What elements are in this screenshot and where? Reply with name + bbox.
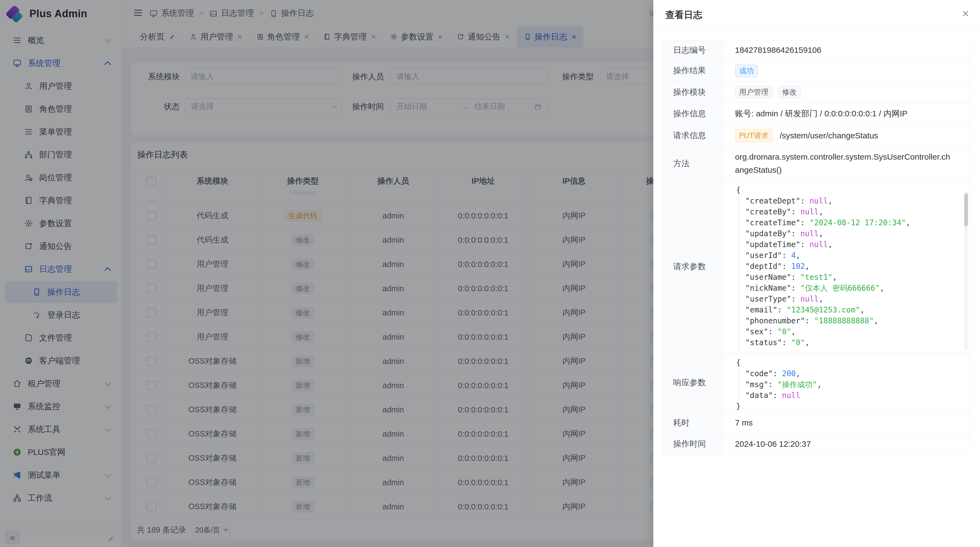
app: Plus Admin 概览系统管理用户管理角色管理菜单管理部门管理岗位管理字典管…: [0, 0, 980, 547]
indent-guide: [738, 369, 739, 400]
http-method-tag: PUT请求: [735, 129, 773, 142]
log-detail-table: 日志编号 1842781986426159106 操作结果 成功 操作模块 用户…: [662, 40, 970, 455]
request-params-code[interactable]: { "createDept": null, "createBy": null, …: [724, 180, 970, 353]
scrollbar-thumb[interactable]: [964, 193, 968, 226]
detail-row-duration: 耗时 7 ms: [662, 412, 970, 434]
drawer-header: 查看日志 ×: [653, 0, 980, 30]
method-value: org.dromara.system.controller.system.Sys…: [735, 147, 959, 180]
action-tag: 修改: [778, 86, 801, 98]
operate-time-value: 2024-10-06 12:20:37: [724, 434, 970, 455]
close-icon[interactable]: ×: [962, 8, 969, 20]
log-id-value: 1842781986426159106: [724, 40, 970, 60]
detail-row-module: 操作模块 用户管理 修改: [662, 81, 970, 103]
detail-row-request: 请求信息 PUT请求 /system/user/changeStatus: [662, 124, 970, 147]
response-params-code: { "code": 200, "msg": "操作成功", "data": nu…: [724, 353, 970, 412]
module-tag: 用户管理: [735, 86, 773, 98]
detail-row-response-params: 响应参数 { "code": 200, "msg": "操作成功", "data…: [662, 353, 970, 412]
drawer-title: 查看日志: [665, 0, 702, 30]
operation-info-value: 账号: admin / 研发部门 / 0:0:0:0:0:0:0:1 / 内网I…: [724, 103, 970, 124]
detail-row-time: 操作时间 2024-10-06 12:20:37: [662, 434, 970, 455]
duration-value: 7 ms: [724, 412, 970, 433]
request-url: /system/user/changeStatus: [780, 131, 878, 140]
detail-row-log-id: 日志编号 1842781986426159106: [662, 40, 970, 60]
detail-row-request-params: 请求参数 { "createDept": null, "createBy": n…: [662, 180, 970, 353]
detail-row-result: 操作结果 成功: [662, 60, 970, 81]
detail-row-info: 操作信息 账号: admin / 研发部门 / 0:0:0:0:0:0:0:1 …: [662, 103, 970, 124]
drawer-mask[interactable]: [0, 0, 653, 547]
result-tag: 成功: [735, 65, 758, 77]
log-detail-drawer: 查看日志 × 日志编号 1842781986426159106 操作结果 成功 …: [653, 0, 980, 547]
detail-row-method: 方法 org.dromara.system.controller.system.…: [662, 147, 970, 180]
indent-guide: [738, 196, 739, 351]
